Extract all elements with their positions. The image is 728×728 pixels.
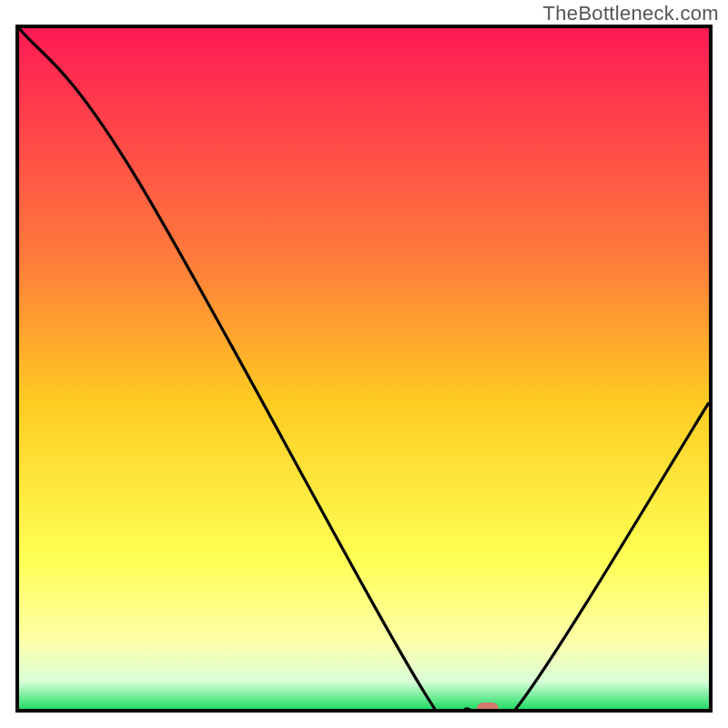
- plot-frame: [15, 25, 713, 713]
- optimal-marker: [477, 703, 499, 713]
- bottleneck-chart-svg: [19, 28, 709, 709]
- chart-container: TheBottleneck.com: [0, 0, 728, 728]
- watermark-text: TheBottleneck.com: [543, 2, 719, 25]
- gradient-background: [19, 28, 709, 709]
